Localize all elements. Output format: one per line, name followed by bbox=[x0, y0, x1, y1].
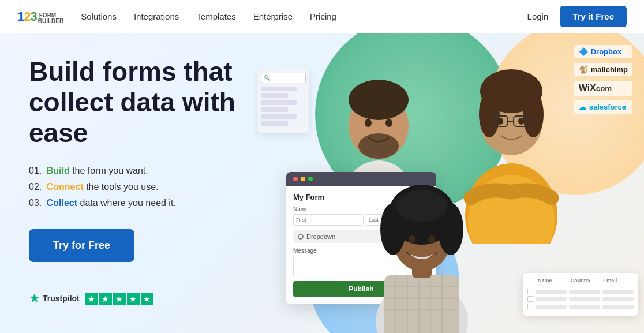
svg-point-13 bbox=[479, 91, 500, 137]
step-num-3: 03. bbox=[29, 198, 44, 208]
hero-step-2: 02. Connect the tools you use. bbox=[29, 182, 283, 192]
window-dot-yellow bbox=[301, 177, 305, 181]
star-1: ★ bbox=[85, 293, 98, 305]
dropbox-icon: 🔷 bbox=[579, 47, 588, 56]
trustpilot-name: Trustpilot bbox=[43, 294, 80, 303]
table-header-row: Name Country Email bbox=[527, 278, 634, 286]
hero-step-1: 01. Build the form you want. bbox=[29, 166, 283, 176]
hero-title: Build forms that collect data with ease bbox=[29, 57, 283, 148]
table-cell-name-2 bbox=[536, 297, 567, 301]
step-num-2: 02. bbox=[29, 182, 44, 192]
step-text-3: data where you need it. bbox=[77, 198, 176, 208]
svg-point-36 bbox=[409, 235, 415, 244]
try-it-free-button[interactable]: Try it Free bbox=[560, 6, 627, 27]
table-checkbox-1[interactable] bbox=[527, 289, 533, 294]
svg-point-37 bbox=[428, 235, 435, 244]
trustpilot-stars: ★ ★ ★ ★ ★ bbox=[85, 293, 153, 305]
logo-digit-1: 1 bbox=[17, 9, 24, 24]
nav-templates[interactable]: Templates bbox=[196, 12, 235, 21]
table-checkbox-2[interactable] bbox=[527, 296, 533, 302]
step-keyword-connect: Connect bbox=[47, 182, 84, 192]
form-first-input[interactable] bbox=[293, 214, 364, 226]
svg-point-7 bbox=[385, 119, 392, 127]
svg-point-18 bbox=[497, 118, 503, 125]
table-cell-email-1 bbox=[602, 290, 634, 294]
salesforce-icon: ☁ bbox=[579, 103, 586, 111]
star-3: ★ bbox=[113, 293, 126, 305]
hero-content-left: Build forms that collect data with ease … bbox=[29, 57, 283, 306]
integration-logos: 🔷 Dropbox 🐒 mailchimp WiXcom ☁ salesforc… bbox=[574, 45, 632, 114]
navbar: 123 FORM BUILDER Solutions Integrations … bbox=[0, 0, 644, 33]
try-for-free-button[interactable]: Try for Free bbox=[29, 229, 134, 262]
table-row-1 bbox=[527, 289, 634, 294]
mailchimp-label: mailchimp bbox=[591, 65, 628, 74]
table-cell-email-3 bbox=[602, 305, 634, 309]
svg-point-35 bbox=[396, 190, 448, 222]
logo[interactable]: 123 FORM BUILDER bbox=[17, 9, 63, 24]
svg-point-14 bbox=[523, 91, 544, 137]
svg-point-19 bbox=[518, 118, 524, 125]
step-text-2: the tools you use. bbox=[84, 182, 159, 192]
table-cell-name-3 bbox=[536, 305, 567, 309]
hero-step-3: 03. Collect data where you need it. bbox=[29, 198, 283, 208]
svg-point-6 bbox=[365, 119, 372, 127]
table-cell-name-1 bbox=[536, 290, 567, 294]
mailchimp-logo: 🐒 mailchimp bbox=[574, 63, 632, 76]
logo-builder-text: BUILDER bbox=[38, 18, 63, 24]
trustpilot-section: ★ Trustpilot ★ ★ ★ ★ ★ bbox=[29, 291, 283, 306]
logo-digit-3: 3 bbox=[31, 9, 37, 24]
login-link[interactable]: Login bbox=[527, 12, 549, 21]
star-5: ★ bbox=[141, 293, 153, 305]
person-woman-curly-svg bbox=[367, 171, 477, 333]
form-dropdown-label: Dropdown bbox=[306, 233, 335, 240]
hero-steps: 01. Build the form you want. 02. Connect… bbox=[29, 166, 283, 208]
table-col-country: Country bbox=[571, 278, 601, 283]
logo-digit-2: 2 bbox=[24, 9, 30, 24]
hero-visual-right: 🔷 Dropbox 🐒 mailchimp WiXcom ☁ salesforc… bbox=[252, 33, 644, 333]
data-table-mockup: Name Country Email bbox=[523, 273, 638, 316]
salesforce-label: salesforce bbox=[589, 103, 626, 111]
step-keyword-build: Build bbox=[47, 166, 70, 176]
trustpilot-star-icon: ★ bbox=[29, 291, 40, 306]
star-2: ★ bbox=[99, 293, 112, 305]
logo-form-text: FORM bbox=[39, 13, 63, 18]
table-cell-country-3 bbox=[569, 305, 600, 309]
table-row-2 bbox=[527, 296, 634, 302]
nav-pricing[interactable]: Pricing bbox=[310, 12, 336, 21]
table-col-email: Email bbox=[603, 278, 634, 283]
table-row-3 bbox=[527, 304, 634, 309]
svg-point-5 bbox=[358, 133, 399, 159]
step-text-1: the form you want. bbox=[70, 166, 148, 176]
step-num-1: 01. bbox=[29, 166, 44, 176]
table-cell-country-2 bbox=[569, 297, 600, 301]
nav-integrations[interactable]: Integrations bbox=[134, 12, 179, 21]
window-dot-red bbox=[293, 177, 298, 181]
table-cell-email-2 bbox=[602, 297, 634, 301]
step-keyword-collect: Collect bbox=[47, 198, 77, 208]
dropdown-circle-icon bbox=[298, 234, 304, 240]
svg-point-4 bbox=[349, 80, 409, 120]
table-checkbox-3[interactable] bbox=[527, 304, 533, 309]
nav-enterprise[interactable]: Enterprise bbox=[253, 12, 293, 21]
star-4: ★ bbox=[127, 293, 140, 305]
wix-label: WiXcom bbox=[579, 83, 612, 93]
nav-solutions[interactable]: Solutions bbox=[81, 12, 117, 21]
nav-right: Login Try it Free bbox=[527, 6, 627, 27]
wix-logo: WiXcom bbox=[574, 81, 632, 96]
window-dot-green bbox=[308, 177, 313, 181]
salesforce-logo: ☁ salesforce bbox=[574, 100, 632, 114]
hero-section: Build forms that collect data with ease … bbox=[0, 33, 644, 333]
dropbox-label: Dropbox bbox=[591, 47, 621, 56]
table-cell-country-1 bbox=[569, 290, 600, 294]
table-col-name: Name bbox=[538, 278, 568, 283]
mailchimp-icon: 🐒 bbox=[579, 65, 588, 74]
dropbox-logo: 🔷 Dropbox bbox=[574, 45, 632, 58]
person-woman-curly bbox=[367, 171, 477, 333]
trustpilot-logo: ★ Trustpilot bbox=[29, 291, 80, 306]
nav-links: Solutions Integrations Templates Enterpr… bbox=[81, 12, 527, 21]
